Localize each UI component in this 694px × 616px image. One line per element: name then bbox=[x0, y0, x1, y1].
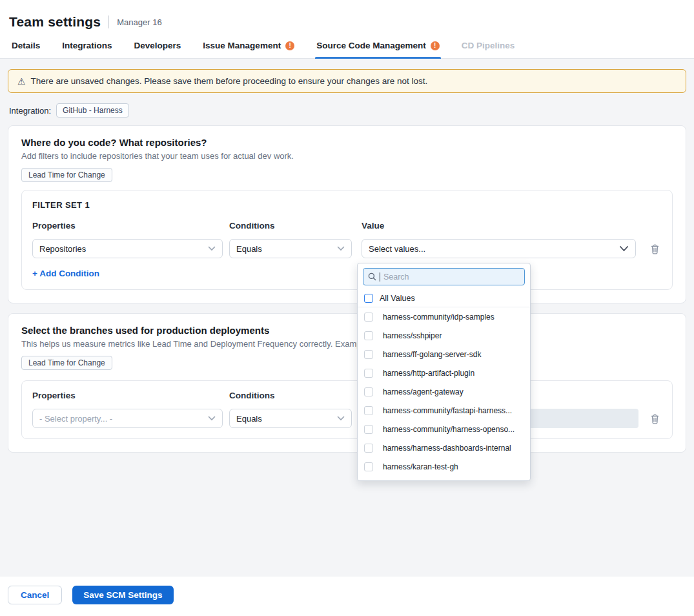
properties-column-label: Properties bbox=[32, 221, 223, 231]
checkbox-unchecked[interactable] bbox=[364, 350, 373, 359]
branch-property-placeholder: - Select property... - bbox=[39, 414, 112, 424]
repo-option-label: harness/harness-dashboards-internal bbox=[380, 444, 511, 453]
property-select[interactable]: Repositories bbox=[32, 239, 223, 258]
chevron-down-icon bbox=[208, 416, 216, 421]
value-dropdown-panel: All Values harness-community/idp-samples… bbox=[357, 263, 531, 481]
repo-option[interactable]: harness/ff-golang-server-sdk bbox=[358, 345, 530, 364]
lead-time-chip: Lead Time for Change bbox=[21, 168, 112, 182]
alert-badge-icon: ! bbox=[285, 41, 294, 50]
repo-option-label: harness/http-artifact-plugin bbox=[380, 369, 475, 378]
repositories-card-subtitle: Add filters to include repositories that… bbox=[21, 151, 673, 161]
condition-select-value: Equals bbox=[236, 244, 262, 254]
repositories-card: Where do you code? What repositories? Ad… bbox=[8, 125, 686, 303]
title-divider bbox=[108, 15, 109, 28]
repo-option[interactable]: harness-community/harness-openso... bbox=[358, 420, 530, 438]
repositories-card-title: Where do you code? What repositories? bbox=[21, 137, 673, 148]
repo-option-label: harness/agent-gateway bbox=[380, 387, 464, 396]
delete-filter-button[interactable] bbox=[650, 243, 660, 254]
tab-source-code-management[interactable]: Source Code Management ! bbox=[316, 41, 440, 58]
condition-select[interactable]: Equals bbox=[229, 239, 352, 258]
chevron-down-icon bbox=[337, 416, 345, 421]
repo-option-label: harness-community/harness-openso... bbox=[380, 425, 515, 434]
branches-card-title: Select the branches used for production … bbox=[21, 325, 673, 336]
search-icon bbox=[368, 272, 376, 281]
repo-option-label: harness/ff-android-client-sdk bbox=[380, 481, 480, 482]
content-area: ⚠ There are unsaved changes. Please save… bbox=[0, 59, 694, 577]
repo-option[interactable]: harness/http-artifact-plugin bbox=[358, 364, 530, 382]
repo-option-label: harness-community/idp-samples bbox=[380, 313, 495, 322]
page-header: Team settings Manager 16 bbox=[0, 0, 694, 35]
repo-option-label: harness-community/fastapi-harness... bbox=[380, 406, 512, 415]
dropdown-search-box[interactable] bbox=[363, 268, 525, 285]
repo-option[interactable]: harness/ff-android-client-sdk bbox=[358, 476, 530, 481]
filter-set-1: FILTER SET 1 Properties Conditions Value… bbox=[21, 190, 673, 290]
checkbox-unchecked[interactable] bbox=[364, 481, 373, 482]
checkbox-unchecked[interactable] bbox=[364, 462, 373, 471]
integration-label: Integration: bbox=[9, 106, 51, 116]
trash-icon bbox=[650, 243, 660, 254]
repo-option[interactable]: harness/agent-gateway bbox=[358, 382, 530, 401]
repo-option[interactable]: harness-community/fastapi-harness... bbox=[358, 401, 530, 420]
add-condition-link[interactable]: + Add Condition bbox=[32, 269, 99, 278]
delete-filter-button[interactable] bbox=[650, 413, 660, 424]
tab-label: CD Pipelines bbox=[462, 41, 515, 50]
repo-option-label: harness/sshpiper bbox=[380, 331, 442, 340]
save-scm-settings-button[interactable]: Save SCM Settings bbox=[72, 586, 173, 604]
checkbox-unchecked[interactable] bbox=[364, 425, 373, 434]
warning-triangle-icon: ⚠ bbox=[17, 77, 26, 86]
repo-option-label: harness/karan-test-gh bbox=[380, 462, 458, 471]
footer-actions: Cancel Save SCM Settings bbox=[0, 577, 694, 613]
value-multiselect[interactable]: Select values... bbox=[362, 239, 636, 258]
checkbox-unchecked[interactable] bbox=[364, 313, 373, 322]
search-input[interactable] bbox=[383, 272, 520, 282]
trash-icon bbox=[650, 413, 660, 424]
tab-issue-management[interactable]: Issue Management ! bbox=[203, 41, 294, 58]
all-values-label: All Values bbox=[380, 294, 415, 303]
tab-label: Source Code Management bbox=[316, 41, 426, 50]
all-values-option[interactable]: All Values bbox=[358, 289, 530, 307]
filter-set-title: FILTER SET 1 bbox=[32, 200, 662, 210]
repo-option[interactable]: harness/karan-test-gh bbox=[358, 457, 530, 476]
lead-time-chip: Lead Time for Change bbox=[21, 356, 112, 370]
conditions-column-label: Conditions bbox=[229, 391, 352, 400]
chevron-down-icon bbox=[619, 245, 629, 252]
checkbox-unchecked[interactable] bbox=[364, 406, 373, 415]
checkbox-unchecked[interactable] bbox=[364, 294, 373, 303]
tab-label: Developers bbox=[134, 41, 181, 50]
branch-property-select[interactable]: - Select property... - bbox=[32, 409, 223, 428]
tab-label: Integrations bbox=[62, 41, 112, 50]
tab-cd-pipelines: CD Pipelines bbox=[462, 41, 515, 58]
page-title: Team settings bbox=[9, 14, 101, 30]
branch-condition-value: Equals bbox=[236, 414, 262, 424]
branches-card: Select the branches used for production … bbox=[8, 313, 686, 453]
tab-bar: Details Integrations Developers Issue Ma… bbox=[0, 35, 694, 59]
conditions-column-label: Conditions bbox=[229, 221, 352, 231]
repo-option[interactable]: harness/sshpiper bbox=[358, 326, 530, 345]
repo-option[interactable]: harness/harness-dashboards-internal bbox=[358, 438, 530, 457]
properties-column-label: Properties bbox=[32, 391, 223, 400]
unsaved-changes-banner: ⚠ There are unsaved changes. Please save… bbox=[8, 69, 686, 93]
checkbox-unchecked[interactable] bbox=[364, 387, 373, 396]
alert-badge-icon: ! bbox=[431, 41, 440, 50]
tab-details[interactable]: Details bbox=[12, 41, 40, 58]
integration-row: Integration: GitHub - Harness bbox=[9, 103, 686, 118]
tab-label: Issue Management bbox=[203, 41, 281, 50]
value-select-placeholder: Select values... bbox=[369, 244, 425, 254]
tab-integrations[interactable]: Integrations bbox=[62, 41, 112, 58]
text-cursor bbox=[380, 272, 380, 282]
checkbox-unchecked[interactable] bbox=[364, 331, 373, 340]
branches-card-subtitle: This helps us measure metrics like Lead … bbox=[21, 339, 673, 349]
integration-chip: GitHub - Harness bbox=[56, 103, 129, 118]
warning-text: There are unsaved changes. Please save t… bbox=[31, 76, 428, 86]
checkbox-unchecked[interactable] bbox=[364, 444, 373, 453]
branch-condition-select[interactable]: Equals bbox=[229, 409, 352, 428]
value-column-label: Value bbox=[362, 221, 636, 231]
tab-label: Details bbox=[12, 41, 40, 50]
repo-option[interactable]: harness-community/idp-samples bbox=[358, 307, 530, 326]
checkbox-unchecked[interactable] bbox=[364, 369, 373, 378]
repo-option-label: harness/ff-golang-server-sdk bbox=[380, 350, 482, 359]
page-subtitle: Manager 16 bbox=[117, 17, 161, 27]
tab-developers[interactable]: Developers bbox=[134, 41, 181, 58]
chevron-down-icon bbox=[337, 246, 345, 251]
cancel-button[interactable]: Cancel bbox=[8, 586, 62, 604]
